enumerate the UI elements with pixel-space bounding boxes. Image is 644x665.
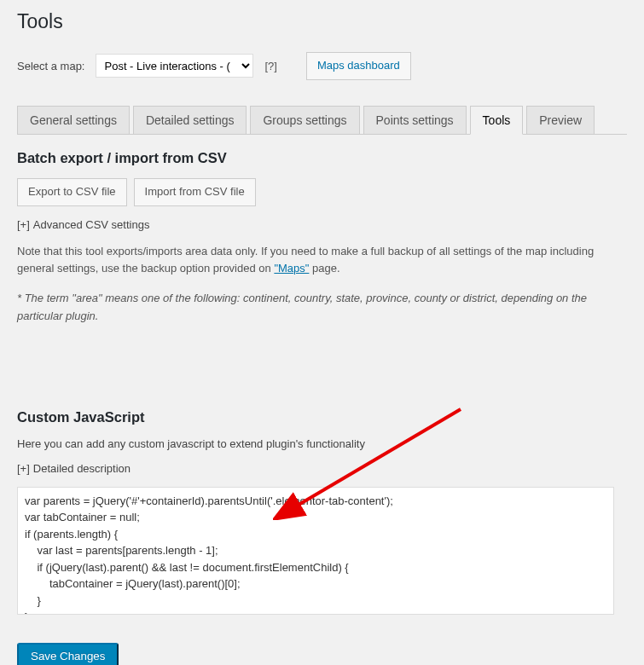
map-select-row: Select a map: Post - Live interactions -… bbox=[17, 52, 627, 80]
save-changes-button[interactable]: Save Changes bbox=[17, 643, 119, 665]
tabs-nav: General settings Detailed settings Group… bbox=[17, 106, 627, 135]
map-select[interactable]: Post - Live interactions - ( bbox=[96, 54, 253, 78]
maps-page-link[interactable]: "Maps" bbox=[274, 262, 309, 275]
tab-tools[interactable]: Tools bbox=[470, 106, 524, 135]
batch-section-title: Batch export / import from CSV bbox=[17, 150, 627, 166]
plus-icon: [+] bbox=[17, 218, 30, 231]
tab-general-settings[interactable]: General settings bbox=[17, 106, 130, 134]
map-select-label: Select a map: bbox=[17, 60, 85, 72]
custom-js-textarea[interactable] bbox=[17, 487, 614, 615]
customjs-desc: Here you can add any custom javascript t… bbox=[17, 437, 627, 450]
detailed-description-toggle-label: Detailed description bbox=[33, 462, 131, 475]
page-title: Tools bbox=[17, 10, 627, 33]
batch-note-text-post: page. bbox=[309, 262, 339, 275]
maps-dashboard-button[interactable]: Maps dashboard bbox=[306, 52, 411, 80]
detailed-description-toggle[interactable]: [+]Detailed description bbox=[17, 462, 627, 475]
tab-detailed-settings[interactable]: Detailed settings bbox=[133, 106, 247, 134]
plus-icon: [+] bbox=[17, 462, 30, 475]
tab-preview[interactable]: Preview bbox=[526, 106, 595, 134]
export-csv-button[interactable]: Export to CSV file bbox=[17, 178, 127, 206]
help-icon[interactable]: [?] bbox=[265, 60, 277, 72]
batch-note: Note that this tool exports/imports area… bbox=[17, 243, 627, 279]
customjs-section-title: Custom JavaScript bbox=[17, 409, 627, 425]
tab-groups-settings[interactable]: Groups settings bbox=[250, 106, 359, 134]
tab-points-settings[interactable]: Points settings bbox=[363, 106, 467, 134]
advanced-csv-toggle-label: Advanced CSV settings bbox=[33, 218, 150, 231]
advanced-csv-toggle[interactable]: [+]Advanced CSV settings bbox=[17, 218, 627, 231]
batch-footnote: * The term "area" means one of the follo… bbox=[17, 290, 627, 326]
import-csv-button[interactable]: Import from CSV file bbox=[134, 178, 256, 206]
